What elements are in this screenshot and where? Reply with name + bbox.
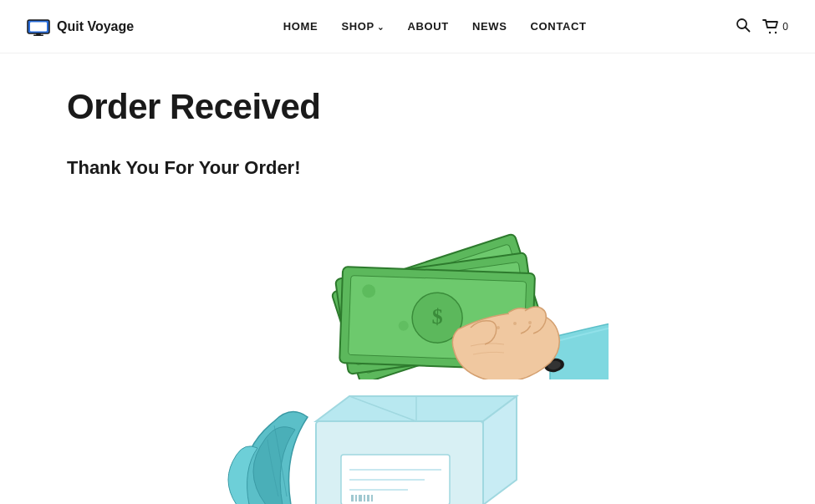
search-icon[interactable] xyxy=(736,18,751,36)
nav-news[interactable]: NEWS xyxy=(472,20,507,33)
illustration-area: $ $ $ xyxy=(67,212,748,504)
logo-icon xyxy=(27,18,50,36)
shop-chevron-icon: ⌄ xyxy=(377,23,385,32)
svg-rect-42 xyxy=(367,495,369,501)
page-title: Order Received xyxy=(67,87,748,127)
main-nav: HOME SHOP ⌄ ABOUT NEWS CONTACT xyxy=(283,20,587,33)
site-header: Quit Voyage HOME SHOP ⌄ ABOUT NEWS CONTA… xyxy=(0,0,815,53)
svg-rect-41 xyxy=(364,495,365,501)
svg-rect-1 xyxy=(30,22,47,31)
main-content: Order Received Thank You For Your Order!… xyxy=(0,53,815,504)
svg-rect-39 xyxy=(355,495,357,501)
logo[interactable]: Quit Voyage xyxy=(27,18,134,36)
svg-line-5 xyxy=(746,27,750,31)
nav-home[interactable]: HOME xyxy=(283,20,318,33)
svg-text:$: $ xyxy=(431,304,443,328)
nav-shop[interactable]: SHOP ⌄ xyxy=(341,20,384,33)
logo-text: Quit Voyage xyxy=(57,19,134,34)
svg-point-7 xyxy=(775,31,777,33)
cart-count: 0 xyxy=(782,21,788,33)
svg-point-30 xyxy=(497,326,500,329)
svg-rect-38 xyxy=(351,495,354,501)
svg-point-6 xyxy=(769,31,771,33)
nav-contact[interactable]: CONTACT xyxy=(531,20,587,33)
svg-rect-43 xyxy=(371,495,373,501)
thank-you-heading: Thank You For Your Order! xyxy=(67,157,748,179)
svg-rect-3 xyxy=(33,34,43,36)
bottom-illustration xyxy=(191,371,625,504)
svg-point-32 xyxy=(528,321,532,324)
svg-rect-40 xyxy=(359,495,362,501)
nav-about[interactable]: ABOUT xyxy=(407,20,448,33)
hand-money-illustration: $ $ $ xyxy=(207,212,609,379)
svg-point-31 xyxy=(513,322,517,325)
cart-icon[interactable]: 0 xyxy=(762,19,788,34)
header-icons: 0 xyxy=(736,18,788,36)
